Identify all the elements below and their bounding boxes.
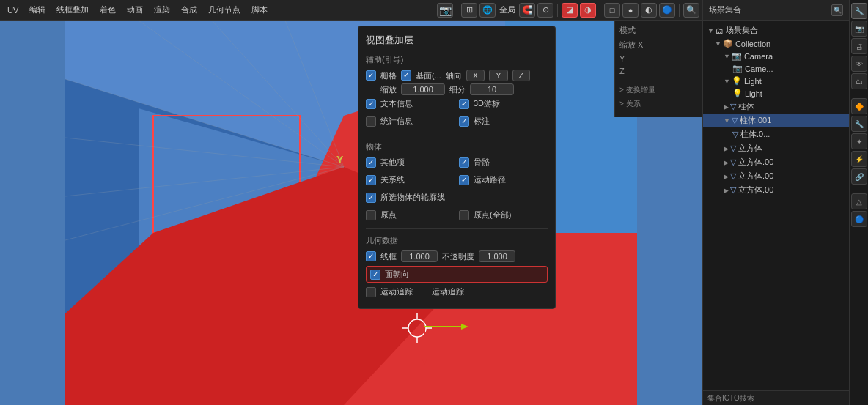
proportional-btn[interactable]: ⊙ (537, 3, 553, 18)
props-view-btn[interactable]: 👁 (851, 56, 867, 72)
menu-wireframe[interactable]: 线框叠加 (52, 3, 93, 17)
origin-checkbox[interactable] (366, 210, 376, 220)
solid-btn[interactable]: ● (622, 3, 639, 18)
motionpath-checkbox[interactable]: ✓ (459, 175, 469, 185)
popup-title: 视图叠加层 (366, 34, 548, 47)
transform-row[interactable]: > 变换增量 (619, 85, 698, 95)
light-group-item[interactable]: ▼ 💡 Light (703, 75, 849, 87)
relation-checkbox[interactable]: ✓ (366, 175, 376, 185)
menu-render[interactable]: 渲染 (150, 3, 174, 17)
menu-composite[interactable]: 合成 (177, 3, 202, 17)
menu-shading[interactable]: 着色 (95, 3, 120, 17)
menu-script[interactable]: 脚本 (247, 3, 272, 17)
right-sidebar: 场景集合 🔍 ▼ 🗂 场景集合 ▼ 📦 Collection ▼ 📷 (702, 0, 849, 405)
bones-label: 骨骼 (474, 157, 490, 168)
props-modifier-btn[interactable]: 🔧 (851, 116, 867, 132)
light-item[interactable]: 💡 Light (703, 87, 849, 100)
object-options: ✓ 其他项 ✓ 骨骼 ✓ 关系线 ✓ 运动路径 ✓ 所选物体的轮廓线 (366, 157, 548, 223)
y-axis-btn[interactable]: Y (489, 70, 507, 81)
stats-checkbox[interactable] (366, 116, 376, 127)
viewport-header: UV 编辑 线框叠加 着色 动画 渲染 合成 几何节点 脚本 📷 ⊞ 🌐 全局 … (0, 0, 702, 21)
cube-item[interactable]: ▶ ▽ 立方体 (703, 141, 849, 155)
base-checkbox[interactable]: ✓ (401, 70, 411, 81)
textinfo-checkbox[interactable]: ✓ (366, 99, 376, 109)
wireframe-btn[interactable]: □ (604, 3, 620, 18)
cube-001-item[interactable]: ▶ ▽ 立方体.00 (703, 155, 849, 169)
grid-checkbox[interactable]: ✓ (366, 70, 376, 81)
props-data-btn[interactable]: △ (851, 193, 867, 209)
menu-edit[interactable]: 编辑 (25, 3, 50, 17)
menu-geometry[interactable]: 几何节点 (204, 3, 245, 17)
props-output-btn[interactable]: 🖨 (851, 38, 867, 54)
light-label: Light (745, 89, 762, 98)
camera-icon-btn[interactable]: 📷 (437, 3, 453, 18)
props-physics-btn[interactable]: ⚡ (851, 151, 867, 167)
collection-label: Collection (735, 40, 770, 48)
camera-group-item[interactable]: ▼ 📷 Camera (703, 50, 849, 62)
motiontrack1-checkbox[interactable] (366, 287, 376, 297)
cylinder-item[interactable]: ▶ ▽ 柱体 (703, 100, 849, 114)
props-collection-btn[interactable]: 🗂 (851, 73, 867, 89)
props-scene-btn[interactable]: 🔧 (851, 3, 867, 19)
menu-uv[interactable]: UV (3, 4, 23, 16)
camera-label: Came... (745, 64, 773, 73)
props-render-btn[interactable]: 📷 (851, 21, 867, 37)
snap-btn[interactable]: 🧲 (519, 3, 535, 18)
bones-checkbox[interactable]: ✓ (459, 157, 469, 168)
origin-all-checkbox[interactable] (459, 210, 469, 220)
scene-collection-label: 场景集合 (726, 25, 758, 36)
wireframe-label: 线框 (380, 251, 397, 262)
outline-checkbox[interactable]: ✓ (366, 193, 376, 203)
face-orient-checkbox[interactable]: ✓ (370, 270, 380, 280)
view-all-btn[interactable]: ⊞ (461, 3, 477, 18)
props-material-btn[interactable]: 🔵 (851, 211, 867, 227)
grid-label: 栅格 (380, 70, 397, 81)
other-checkbox[interactable]: ✓ (366, 157, 376, 168)
viewport[interactable]: UV 编辑 线框叠加 着色 动画 渲染 合成 几何节点 脚本 📷 ⊞ 🌐 全局 … (0, 0, 702, 405)
outliner-header: 场景集合 🔍 (703, 0, 849, 21)
cube-002-item[interactable]: ▶ ▽ 立方体.00 (703, 169, 849, 183)
search-btn[interactable]: 🔍 (683, 3, 699, 18)
annotation-label: 标注 (474, 116, 490, 127)
scale-value[interactable]: 1.000 (401, 83, 445, 95)
collection-bottom-label: 集合ICTO搜索 (707, 393, 754, 404)
outliner-list: ▼ 🗂 场景集合 ▼ 📦 Collection ▼ 📷 Camera 📷 Cam… (703, 21, 849, 390)
assist-section-label: 辅助(引导) (366, 54, 548, 65)
wireframe-checkbox[interactable]: ✓ (366, 251, 376, 261)
cylinder-001-item[interactable]: ▼ ▽ 柱体.001 (703, 114, 849, 127)
geometry-section-label: 几何数据 (366, 235, 548, 246)
props-obj-btn[interactable]: 🔶 (851, 98, 867, 114)
cube-003-item[interactable]: ▶ ▽ 立方体.00 (703, 183, 849, 197)
shading-btn[interactable]: ◑ (580, 3, 596, 18)
props-particle-btn[interactable]: ✦ (851, 133, 867, 149)
render-btn[interactable]: 🔵 (659, 3, 675, 18)
opacity-value[interactable]: 1.000 (479, 250, 515, 262)
origin-label: 原点 (380, 209, 397, 220)
z-label: Z (619, 67, 625, 75)
y-label: Y (619, 54, 625, 63)
z-axis-btn[interactable]: Z (512, 70, 531, 81)
origin-all-label: 原点(全部) (474, 209, 511, 220)
outliner-filter-btn[interactable]: 🔍 (831, 4, 843, 16)
overlay-btn[interactable]: ◪ (562, 3, 578, 18)
overlay-popup: 视图叠加层 辅助(引导) ✓ 栅格 ✓ 基面(... 轴向 X Y Z 缩放 1… (358, 26, 556, 309)
props-constraints-btn[interactable]: 🔗 (851, 168, 867, 185)
menu-animation[interactable]: 动画 (122, 3, 147, 17)
x-axis-btn[interactable]: X (466, 70, 485, 81)
material-btn[interactable]: ◐ (641, 3, 657, 18)
opacity-label: 不透明度 (442, 251, 474, 262)
collection-item[interactable]: ▼ 📦 Collection (703, 37, 849, 50)
relations-row[interactable]: > 关系 (619, 99, 698, 109)
3dcursor-checkbox[interactable]: ✓ (459, 99, 469, 109)
transform-label: > 变换增量 (619, 85, 655, 95)
subdivide-label: 细分 (449, 84, 466, 95)
info-row: ✓ 文本信息 ✓ 3D游标 统计信息 ✓ 标注 (366, 98, 548, 129)
cylinder-001-sub-item[interactable]: ▽ 柱体.0... (703, 127, 849, 141)
global-btn[interactable]: 🌐 (479, 3, 496, 18)
subdivide-value[interactable]: 10 (470, 83, 514, 95)
camera-item[interactable]: 📷 Came... (703, 62, 849, 75)
scene-collection-item[interactable]: ▼ 🗂 场景集合 (703, 23, 849, 37)
wireframe-value[interactable]: 1.000 (401, 250, 438, 262)
annotation-checkbox[interactable]: ✓ (459, 116, 469, 127)
motion-track-row: 运动追踪 运动追踪 (366, 286, 548, 297)
